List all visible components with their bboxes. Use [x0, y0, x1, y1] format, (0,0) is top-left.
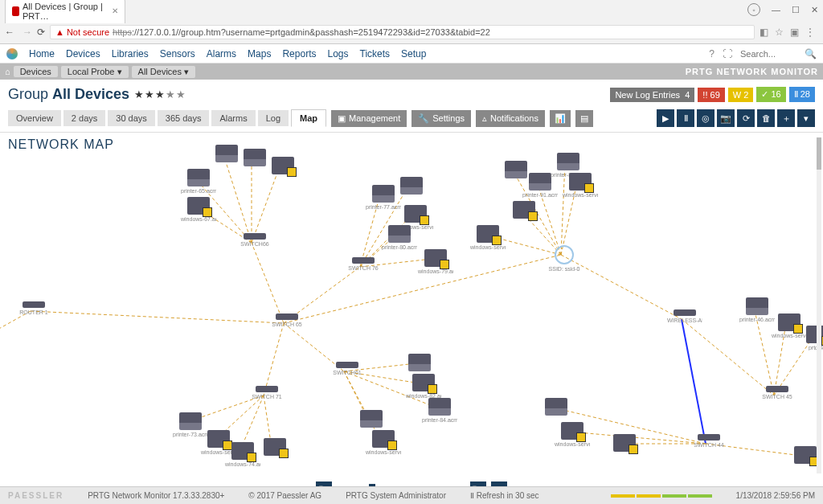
back-icon[interactable]: ← [5, 27, 14, 38]
map-node-switch71[interactable]: SWITCH 71 [249, 386, 285, 400]
user-icon[interactable]: ◦ [747, 3, 760, 16]
tab-log[interactable]: Log [258, 110, 289, 126]
map-node-switch66[interactable]: SWITCH66 [237, 233, 272, 247]
crumb-probe[interactable]: Local Probe ▾ [61, 66, 129, 78]
network-map[interactable]: NETWORK MAP ROUTER 1SWITCH 65SWITCH66SWI… [0, 133, 823, 478]
map-node-p1[interactable]: printer-65.acme.com [181, 169, 216, 194]
down-badge[interactable]: !! 69 [698, 88, 724, 102]
crumb-alldevices[interactable]: All Devices ▾ [132, 66, 195, 78]
forward-icon[interactable]: → [23, 27, 32, 38]
search-icon[interactable]: 🔍 [805, 48, 817, 59]
map-node-ssid[interactable]: SSID: ssid-0 [547, 245, 582, 272]
nav-setup[interactable]: Setup [401, 48, 426, 59]
warning-badge[interactable]: W 2 [728, 88, 754, 102]
qr-icon[interactable]: ◧ [760, 27, 768, 38]
nav-logs[interactable]: Logs [327, 48, 348, 59]
map-node-switch44[interactable]: SWITCH 44 [691, 434, 727, 448]
map-node-p29[interactable]: printer-46.acme.com [739, 297, 775, 322]
expand-icon[interactable]: ▾ [797, 109, 815, 127]
map-node-switch61[interactable]: SWITCH61 [330, 362, 365, 375]
map-node-router1[interactable]: ROUTER 1 [16, 301, 51, 315]
node-label: SWITCH 45 [760, 394, 795, 400]
pause-icon[interactable]: Ⅱ [677, 109, 694, 127]
fullscreen-icon[interactable]: ⛶ [723, 48, 732, 59]
home-icon[interactable]: ⌂ [5, 67, 10, 76]
map-node-p21[interactable]: windows-server-83.acme.com [366, 430, 401, 455]
map-node-switch65[interactable]: SWITCH 65 [269, 313, 305, 327]
maximize-icon[interactable]: ☐ [792, 5, 800, 15]
node-label: printer-65.acme.com [181, 188, 216, 194]
printer-icon [372, 185, 395, 203]
map-node-switch45[interactable]: SWITCH 45 [760, 386, 795, 400]
star-icon[interactable]: ☆ [775, 27, 784, 38]
nav-reports[interactable]: Reports [282, 48, 316, 59]
nav-devices[interactable]: Devices [66, 48, 100, 59]
search-input[interactable] [740, 49, 796, 59]
priority-stars[interactable]: ★★★★★ [134, 88, 186, 100]
footer-admin[interactable]: PRTG System Administrator [346, 491, 446, 500]
camera-icon[interactable]: 📷 [717, 109, 735, 127]
paused-badge[interactable]: Ⅱ 28 [789, 87, 815, 102]
nav-home[interactable]: Home [29, 48, 55, 59]
tab-map[interactable]: Map [291, 109, 326, 127]
address-bar[interactable]: ▲ Not secure https://127.0.0.1//group.ht… [50, 25, 755, 39]
map-node-p15[interactable] [506, 201, 542, 220]
node-label: windows-server-87.acme.com [470, 244, 506, 250]
node-label: windows-server-80.acme.com [563, 192, 598, 198]
map-node-p28[interactable] [607, 434, 642, 453]
map-node-p4[interactable]: windows-67.acme.com [181, 197, 216, 222]
map-node-p18[interactable]: windows-82.acme.com [406, 374, 441, 399]
map-node-p10[interactable]: windows-79.acme.com [418, 249, 453, 274]
help-icon[interactable]: ? [709, 48, 714, 59]
new-log-badge[interactable]: New Log Entries 4 [610, 88, 694, 102]
nav-sensors[interactable]: Sensors [160, 48, 195, 59]
nav-alarms[interactable]: Alarms [207, 48, 236, 59]
chart-icon-btn[interactable]: 📊 [550, 110, 571, 127]
map-node-p14[interactable]: windows-server-80.acme.com [563, 173, 598, 198]
map-node-switch76[interactable]: SWITCH 76 [346, 257, 381, 271]
close-icon[interactable]: ✕ [811, 5, 818, 15]
list-icon-btn[interactable]: ▤ [575, 110, 593, 127]
tab-notifications[interactable]: ▵ Notifications [476, 110, 545, 127]
scan-icon[interactable]: ◎ [697, 109, 714, 127]
map-node-wireless[interactable]: WIRELESS-AP [667, 309, 702, 323]
node-label: windows-server-83.acme.com [366, 449, 401, 455]
browser-tab[interactable]: All Devices | Group | PRT… ✕ [5, 0, 125, 23]
crumb-devices[interactable]: Devices [14, 66, 58, 77]
map-node-p26[interactable] [538, 398, 574, 417]
map-node-p27[interactable]: windows-server-62.acme.com [555, 422, 590, 447]
up-badge[interactable]: ✓ 16 [756, 87, 785, 102]
nav-tickets[interactable]: Tickets [360, 48, 391, 59]
tab-2days[interactable]: 2 days [63, 110, 105, 126]
tab-365days[interactable]: 365 days [158, 110, 210, 126]
map-node-p16[interactable]: windows-server-87.acme.com [470, 225, 506, 250]
footer-copyright[interactable]: © 2017 Paessler AG [248, 491, 321, 500]
tab-alarms[interactable]: Alarms [211, 110, 255, 126]
nav-maps[interactable]: Maps [248, 48, 271, 59]
nav-libraries[interactable]: Libraries [112, 48, 149, 59]
map-node-p25[interactable] [257, 438, 293, 457]
trash-icon[interactable]: 🗑 [757, 109, 775, 127]
tab-management[interactable]: ▣ Management [331, 110, 407, 127]
map-node-p5[interactable] [265, 157, 301, 176]
footer-refresh[interactable]: Ⅱ Refresh in 30 sec [470, 491, 539, 500]
map-node-p24[interactable]: windows-74.acme.com [225, 442, 260, 467]
map-scrollbar[interactable] [817, 137, 821, 473]
menu-icon[interactable]: ⋮ [805, 27, 815, 38]
minimize-icon[interactable]: — [772, 5, 780, 14]
map-node-p7[interactable] [394, 177, 429, 196]
add-icon[interactable]: ＋ [777, 109, 795, 127]
tab-30days[interactable]: 30 days [108, 110, 155, 126]
map-node-p17[interactable] [402, 354, 437, 373]
reload-icon[interactable]: ⟳ [37, 27, 45, 38]
tab-close-icon[interactable]: ✕ [112, 6, 118, 15]
map-node-p20[interactable] [354, 410, 389, 429]
extension-icon[interactable]: ▣ [790, 27, 799, 38]
tab-settings[interactable]: 🔧 Settings [412, 110, 471, 127]
map-node-p9[interactable]: printer-80.acme.com [382, 225, 417, 250]
refresh-icon[interactable]: ⟳ [737, 109, 755, 127]
map-node-p19[interactable]: printer-84.acme.com [422, 398, 457, 423]
tab-overview[interactable]: Overview [8, 110, 61, 126]
node-label: windows-74.acme.com [225, 461, 260, 467]
play-icon[interactable]: ▶ [657, 109, 674, 127]
